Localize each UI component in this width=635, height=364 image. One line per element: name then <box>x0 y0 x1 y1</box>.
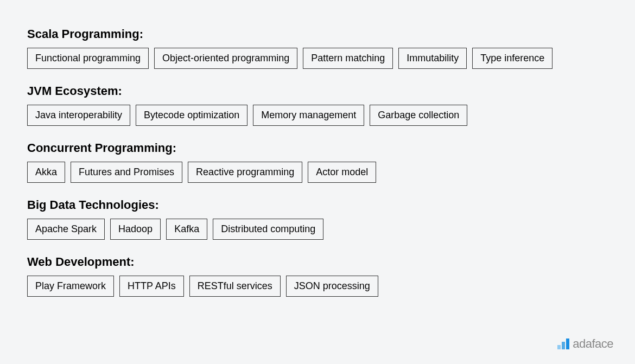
skill-tag: Memory management <box>253 105 364 126</box>
skill-tag: Reactive programming <box>188 162 302 183</box>
category-title: Big Data Technologies: <box>27 198 608 212</box>
skill-tag: Bytecode optimization <box>136 105 247 126</box>
skill-tag: Functional programming <box>27 48 149 69</box>
skill-tag: Pattern matching <box>303 48 393 69</box>
categories-container: Scala Programming:Functional programming… <box>27 27 608 297</box>
tags-row: Apache SparkHadoopKafkaDistributed compu… <box>27 219 608 240</box>
skill-tag: Garbage collection <box>370 105 467 126</box>
skill-tag: Futures and Promises <box>71 162 182 183</box>
category-title: Scala Programming: <box>27 27 608 41</box>
brand-bar-1 <box>557 345 561 349</box>
category-title: Web Development: <box>27 255 608 269</box>
skill-tag: Play Framework <box>27 276 114 297</box>
skill-tag: Object-oriented programming <box>154 48 297 69</box>
tags-row: Play FrameworkHTTP APIsRESTful servicesJ… <box>27 276 608 297</box>
skill-tag: JSON processing <box>286 276 378 297</box>
skill-tag: Kafka <box>166 219 207 240</box>
skill-tag: Java interoperability <box>27 105 130 126</box>
brand-bars-icon <box>557 339 569 349</box>
skill-tag: Akka <box>27 162 65 183</box>
category: Big Data Technologies:Apache SparkHadoop… <box>27 198 608 240</box>
category: Web Development:Play FrameworkHTTP APIsR… <box>27 255 608 297</box>
skill-tag: Hadoop <box>110 219 161 240</box>
category: JVM Ecosystem:Java interoperabilityBytec… <box>27 84 608 126</box>
brand-logo: adaface <box>557 337 613 351</box>
skill-tag: RESTful services <box>189 276 281 297</box>
category-title: JVM Ecosystem: <box>27 84 608 98</box>
skill-tag: Distributed computing <box>213 219 323 240</box>
brand-bar-3 <box>566 339 569 349</box>
brand-bar-2 <box>562 342 565 349</box>
category: Scala Programming:Functional programming… <box>27 27 608 69</box>
brand-name: adaface <box>573 337 613 351</box>
category: Concurrent Programming:AkkaFutures and P… <box>27 141 608 183</box>
tags-row: Functional programmingObject-oriented pr… <box>27 48 608 69</box>
category-title: Concurrent Programming: <box>27 141 608 155</box>
tags-row: Java interoperabilityBytecode optimizati… <box>27 105 608 126</box>
skill-tag: Immutability <box>398 48 467 69</box>
skill-tag: Actor model <box>308 162 376 183</box>
skill-tag: Apache Spark <box>27 219 105 240</box>
tags-row: AkkaFutures and PromisesReactive program… <box>27 162 608 183</box>
skill-tag: Type inference <box>472 48 553 69</box>
skill-tag: HTTP APIs <box>119 276 184 297</box>
